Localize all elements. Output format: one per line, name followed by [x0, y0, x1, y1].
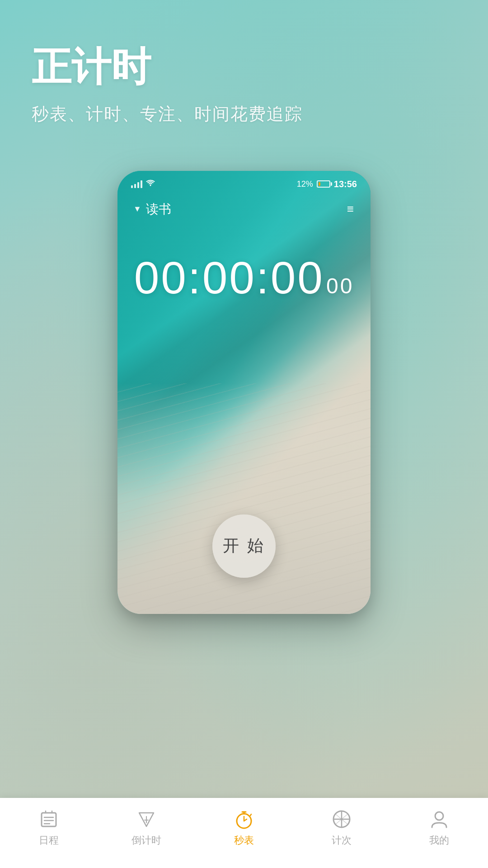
nav-label-schedule: 日程	[39, 834, 59, 847]
nav-label-counter: 计次	[332, 834, 352, 847]
signal-bar-1	[131, 185, 133, 188]
schedule-icon	[38, 808, 60, 830]
start-button-wrapper: 开 始	[212, 514, 276, 578]
status-left	[131, 179, 155, 189]
profile-icon	[428, 808, 450, 830]
battery-fill	[319, 182, 320, 186]
counter-icon	[331, 808, 352, 830]
top-bar: ▼ 读书 ≡	[117, 194, 371, 225]
header-section: 正计时 秒表、计时、专注、时间花费追踪	[0, 0, 488, 153]
timer-millis: 00	[326, 274, 354, 298]
svg-line-15	[250, 814, 251, 816]
timer-main: 00 : 00 : 00 00	[127, 252, 361, 304]
start-button[interactable]: 开 始	[212, 514, 276, 578]
timer-sep1: :	[188, 252, 202, 304]
phone-mockup: 12% 13:56 ▼ 读书 ≡ 00 : 00	[117, 171, 371, 614]
nav-item-stopwatch[interactable]: 秒表	[195, 806, 293, 847]
battery-shape	[317, 180, 330, 188]
timer-hours: 00	[134, 252, 188, 304]
dropdown-arrow-icon: ▼	[133, 204, 141, 214]
nav-label-countdown: 倒计时	[131, 834, 161, 847]
phone-mockup-wrapper: 12% 13:56 ▼ 读书 ≡ 00 : 00	[0, 171, 488, 614]
svg-point-21	[435, 812, 443, 820]
nav-label-stopwatch: 秒表	[234, 834, 254, 847]
stopwatch-icon	[233, 808, 255, 830]
nav-item-countdown[interactable]: 倒计时	[98, 806, 195, 847]
app-title: 正计时	[32, 45, 456, 89]
timer-minutes: 00	[202, 252, 256, 304]
signal-bars-icon	[131, 180, 142, 188]
signal-bar-4	[141, 180, 142, 188]
nav-item-profile[interactable]: 我的	[390, 806, 488, 847]
wifi-icon	[146, 179, 155, 189]
battery-percent: 12%	[297, 179, 313, 189]
status-bar: 12% 13:56	[117, 171, 371, 194]
status-right: 12% 13:56	[297, 179, 357, 189]
timer-sep2: :	[256, 252, 271, 304]
nav-item-schedule[interactable]: 日程	[0, 806, 98, 847]
countdown-icon	[136, 808, 157, 830]
sand-overlay	[117, 383, 371, 614]
battery-icon	[317, 180, 330, 188]
clock-time: 13:56	[334, 179, 357, 189]
svg-point-0	[150, 185, 151, 186]
menu-icon[interactable]: ≡	[347, 202, 355, 216]
category-selector[interactable]: ▼ 读书	[133, 201, 171, 218]
signal-bar-2	[134, 184, 136, 188]
nav-label-profile: 我的	[429, 834, 449, 847]
signal-bar-3	[137, 182, 139, 188]
category-label: 读书	[146, 201, 171, 218]
timer-seconds: 00	[271, 252, 324, 304]
svg-rect-1	[42, 813, 56, 826]
app-subtitle: 秒表、计时、专注、时间花费追踪	[32, 103, 456, 126]
bottom-nav: 日程 倒计时 秒表 计次	[0, 798, 488, 868]
timer-display: 00 : 00 : 00 00	[117, 225, 371, 317]
nav-item-counter[interactable]: 计次	[293, 806, 390, 847]
